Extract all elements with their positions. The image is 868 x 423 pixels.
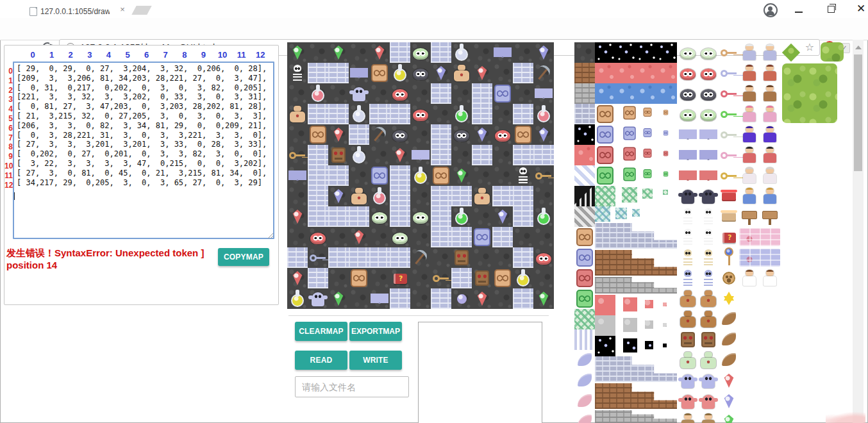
map-tile[interactable]: [431, 268, 451, 288]
map-tile[interactable]: [472, 165, 492, 186]
map-tile[interactable]: [287, 288, 308, 309]
map-tile[interactable]: [328, 42, 349, 63]
map-tile[interactable]: [513, 247, 533, 268]
tileset-face[interactable]: [698, 329, 719, 350]
map-tile[interactable]: [349, 63, 369, 83]
tileset-ghost[interactable]: [678, 186, 698, 206]
tileset-bat[interactable]: [698, 124, 719, 145]
map-tile[interactable]: [472, 42, 492, 63]
tileset-person[interactable]: [678, 411, 698, 423]
page-scrollbar[interactable]: [853, 40, 864, 423]
tileset-person[interactable]: [739, 268, 760, 288]
map-tile[interactable]: [513, 186, 533, 206]
map-tile[interactable]: [513, 104, 533, 124]
map-tile[interactable]: [369, 104, 390, 124]
map-tile[interactable]: [308, 206, 328, 227]
map-tile[interactable]: [390, 247, 410, 268]
tileset-brownbrick[interactable]: [574, 63, 595, 83]
tileset-door[interactable]: [574, 268, 595, 288]
map-tile[interactable]: [349, 165, 369, 186]
tileset-wing[interactable]: [719, 329, 739, 350]
map-tile[interactable]: [533, 124, 554, 145]
tileset-golem[interactable]: [678, 288, 698, 309]
map-tile[interactable]: [308, 186, 328, 206]
tileset-door[interactable]: [642, 148, 653, 162]
map-tile[interactable]: [472, 186, 492, 206]
tileset-bars[interactable]: [574, 186, 595, 206]
copymap-button[interactable]: COPYMAP: [218, 248, 269, 266]
tileset-ghost[interactable]: [698, 186, 719, 206]
map-tile[interactable]: [308, 165, 328, 186]
tileset-key[interactable]: [719, 83, 739, 104]
tileset-person[interactable]: [739, 83, 760, 104]
tileset-blackstar[interactable]: [574, 124, 595, 145]
tileset-water[interactable]: [595, 83, 677, 104]
tileset-bat[interactable]: [698, 165, 719, 186]
map-tile[interactable]: [349, 288, 369, 309]
tileset-redpattern[interactable]: [574, 145, 595, 165]
map-tile[interactable]: [349, 145, 369, 165]
map-tile[interactable]: [369, 165, 390, 186]
tileset-wing[interactable]: [719, 309, 739, 329]
map-tile[interactable]: [410, 42, 431, 63]
scrollbar-thumb[interactable]: [854, 54, 862, 171]
tileset-door[interactable]: [663, 151, 669, 160]
map-tile[interactable]: [533, 227, 554, 247]
map-tile[interactable]: [349, 186, 369, 206]
map-tile[interactable]: [533, 268, 554, 288]
map-tile[interactable]: [287, 42, 308, 63]
map-tile[interactable]: [328, 145, 349, 165]
map-tile[interactable]: [308, 63, 328, 83]
tileset-diagstripes[interactable]: [574, 165, 595, 186]
tileset-ghost[interactable]: [698, 391, 719, 411]
map-tile[interactable]: [328, 227, 349, 247]
map-tile[interactable]: [492, 206, 513, 227]
tileset-tree[interactable]: [782, 63, 837, 123]
map-tile[interactable]: [369, 247, 390, 268]
tileset-lattice[interactable]: [622, 187, 637, 203]
tileset-signpost[interactable]: [739, 206, 760, 227]
window-restore-button[interactable]: [828, 6, 835, 13]
map-tile[interactable]: [533, 83, 554, 104]
tileset-skeleton[interactable]: [678, 247, 698, 268]
tileset-gem[interactable]: [719, 370, 739, 391]
map-tile[interactable]: [410, 104, 431, 124]
tileset-slime[interactable]: [698, 63, 719, 83]
tileset-key[interactable]: [719, 42, 739, 63]
tileset-door[interactable]: [642, 107, 653, 121]
map-tile[interactable]: [431, 186, 451, 206]
map-tile[interactable]: [513, 145, 533, 165]
tileset-blackstar[interactable]: [595, 42, 677, 63]
map-tile[interactable]: [513, 268, 533, 288]
tileset-lattice[interactable]: [595, 186, 615, 206]
map-tile[interactable]: [472, 83, 492, 104]
map-tile[interactable]: [492, 83, 513, 104]
map-tile[interactable]: [492, 268, 513, 288]
tileset-signpost[interactable]: [760, 206, 780, 227]
tileset-golem[interactable]: [698, 350, 719, 370]
map-canvas[interactable]: [287, 42, 554, 309]
map-tile[interactable]: [431, 247, 451, 268]
tileset-mip[interactable]: [623, 297, 637, 311]
map-tile[interactable]: [390, 42, 410, 63]
tileset-door[interactable]: [622, 167, 637, 185]
tileset-door[interactable]: [622, 126, 637, 144]
tileset-door[interactable]: [622, 105, 637, 123]
map-tile[interactable]: [492, 145, 513, 165]
map-tile[interactable]: [513, 83, 533, 104]
map-tile[interactable]: [308, 268, 328, 288]
map-tile[interactable]: [492, 227, 513, 247]
tileset-lattice[interactable]: [642, 188, 653, 199]
map-tile[interactable]: [431, 206, 451, 227]
tileset-skeleton[interactable]: [678, 206, 698, 227]
tileset-mip[interactable]: [663, 303, 667, 306]
tileset-door[interactable]: [642, 128, 653, 142]
tileset-star[interactable]: [719, 288, 739, 309]
map-tile[interactable]: [513, 124, 533, 145]
map-tile[interactable]: [410, 186, 431, 206]
tileset-person[interactable]: [739, 165, 760, 186]
exportmap-button[interactable]: EXPORTMAP: [349, 322, 402, 341]
tileset-stairs[interactable]: [574, 206, 595, 227]
map-tile[interactable]: [472, 268, 492, 288]
map-tile[interactable]: [431, 145, 451, 165]
